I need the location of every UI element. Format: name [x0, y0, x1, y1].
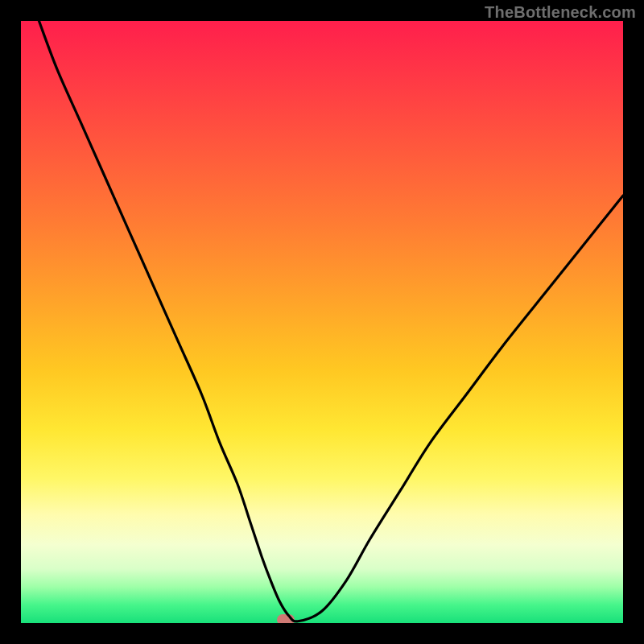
watermark-text: TheBottleneck.com: [485, 3, 636, 22]
plot-area: [21, 21, 623, 623]
chart-frame: TheBottleneck.com: [0, 0, 644, 644]
bottleneck-curve: [21, 21, 623, 623]
